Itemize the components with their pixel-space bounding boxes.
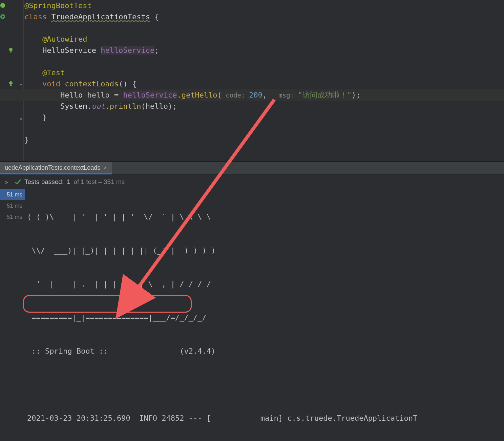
paren-close: ); <box>352 91 361 99</box>
keyword-void: void <box>42 80 60 88</box>
keyword-class: class <box>24 13 47 21</box>
fold-collapse-icon[interactable] <box>19 82 23 86</box>
expand-chevron-icon[interactable]: » <box>5 178 8 186</box>
console-line: \\/ ___)| |_)| | | | | || (_| | ) ) ) ) <box>27 245 504 256</box>
spring-bean-icon[interactable] <box>0 3 5 8</box>
string-literal: "访问成功啦！" <box>298 91 352 99</box>
equals: = <box>110 91 123 99</box>
status-prefix: Tests passed: <box>24 178 64 185</box>
println: println <box>110 102 141 110</box>
annotation: @SpringBootTest <box>24 1 92 10</box>
arg: hello <box>146 102 168 110</box>
status-text: Tests passed: 1 of 1 test – 351 ms <box>24 178 125 186</box>
console-line: :: Spring Boot :: (v2.4.4) <box>27 345 504 357</box>
svg-point-2 <box>0 3 5 8</box>
dot: . <box>105 102 109 110</box>
console-panel: 51 ms 51 ms 51 ms ( ( )\___ | '_ | '_| |… <box>0 189 504 441</box>
dot: . <box>177 91 181 99</box>
code-editor[interactable]: @SpringBootTest class TruedeApplicationT… <box>0 0 504 161</box>
comma: , <box>262 91 267 99</box>
svg-point-3 <box>9 48 13 51</box>
variable: hello <box>87 91 109 99</box>
annotation: @Test <box>42 68 65 77</box>
method-call: getHello <box>182 91 217 99</box>
dot: . <box>87 102 91 110</box>
paren-close: ); <box>168 102 177 110</box>
fold-bar <box>20 0 24 161</box>
field: helloService <box>101 46 154 55</box>
paren-open: ( <box>217 91 222 99</box>
console-line: =========|_|==============|___/=/_/_/_/ <box>27 312 504 323</box>
test-time[interactable]: 51 ms <box>0 200 25 211</box>
type: Hello <box>60 91 83 99</box>
param-hint-code: code: <box>222 91 249 99</box>
console-line: 2021-03-23 20:31:25.690 INFO 24852 --- [… <box>27 413 504 424</box>
annotation: @Autowired <box>42 35 87 43</box>
method-name: contextLoads <box>65 80 119 88</box>
run-tab-bar: uedeApplicationTests.contextLoads × <box>0 162 504 175</box>
brace-close: } <box>24 135 29 144</box>
console-line: ( ( )\___ | '_ | '_| | '_ \/ _` | \ \ \ … <box>27 211 504 223</box>
param-hint-msg: msg: <box>267 91 298 99</box>
run-gutter-icon[interactable] <box>0 14 5 19</box>
spring-nav-icon[interactable] <box>8 81 14 86</box>
brace-close: } <box>42 113 47 122</box>
test-status-bar: » Tests passed: 1 of 1 test – 351 ms <box>0 175 504 189</box>
status-count: 1 <box>67 178 70 185</box>
class-name: TruedeApplicationTests <box>51 13 150 21</box>
test-tree-times: 51 ms 51 ms 51 ms <box>0 189 25 441</box>
field-ref: helloService <box>123 91 177 99</box>
console-line: ' |____| .__|_| |_|_| |_\__, | / / / / <box>27 278 504 290</box>
brace: { <box>128 80 137 88</box>
paren-open: ( <box>141 102 145 110</box>
check-icon <box>14 178 21 185</box>
svg-point-4 <box>9 81 13 85</box>
semicolon: ; <box>154 46 159 55</box>
fold-expand-icon[interactable] <box>19 115 23 120</box>
code-content[interactable]: @SpringBootTest class TruedeApplicationT… <box>24 0 504 145</box>
parens: () <box>119 80 128 88</box>
spring-nav-icon[interactable] <box>8 47 14 53</box>
number-literal: 200 <box>249 91 262 99</box>
run-tab[interactable]: uedeApplicationTests.contextLoads × <box>0 162 112 174</box>
system-class: System <box>60 102 87 110</box>
brace: { <box>150 13 159 21</box>
console-line <box>27 379 504 390</box>
run-tab-label: uedeApplicationTests.contextLoads <box>5 164 100 171</box>
out-field: out <box>92 102 105 110</box>
test-time[interactable]: 51 ms <box>0 189 25 200</box>
type: HelloService <box>42 46 96 55</box>
close-icon[interactable]: × <box>104 165 107 171</box>
console-output[interactable]: ( ( )\___ | '_ | '_| | '_ \/ _` | \ \ \ … <box>25 189 504 441</box>
status-of: of 1 test – 351 ms <box>74 178 125 185</box>
test-time[interactable]: 51 ms <box>0 211 25 223</box>
